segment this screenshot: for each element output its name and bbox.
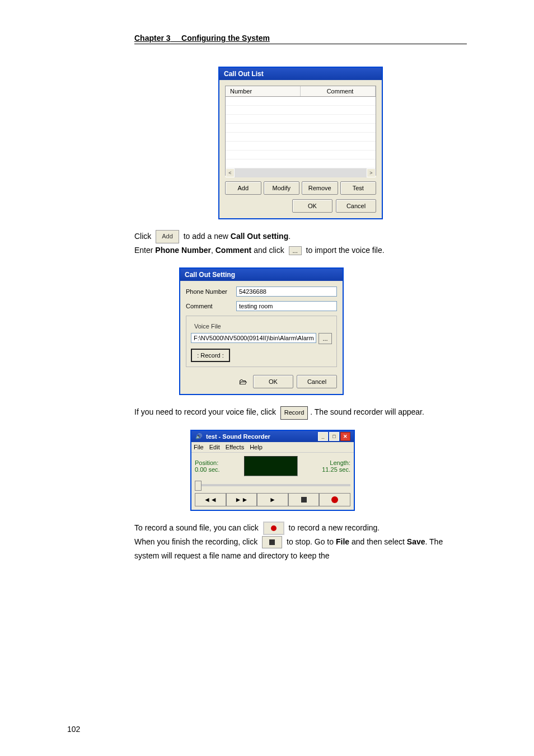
dialog-title-bar: Call Out Setting: [180, 269, 343, 281]
horizontal-scrollbar[interactable]: < >: [226, 168, 376, 177]
chapter-label: Chapter 3: [134, 34, 171, 43]
inline-record-button: Record: [280, 406, 308, 420]
browse-button[interactable]: ...: [318, 333, 332, 344]
scroll-track[interactable]: [235, 168, 367, 177]
menu-bar: File Edit Effects Help: [191, 442, 354, 453]
table-row: [226, 151, 376, 159]
menu-edit[interactable]: Edit: [209, 444, 220, 450]
chapter-heading: Chapter 3 Configuring the System: [134, 34, 467, 44]
menu-effects[interactable]: Effects: [226, 444, 244, 450]
dialog-title: Call Out List: [224, 70, 264, 78]
stop-icon: [269, 539, 275, 545]
phone-number-input[interactable]: [236, 287, 337, 297]
table-row: [226, 133, 376, 142]
position-readout: Position: 0.00 sec.: [195, 459, 220, 473]
minimize-button[interactable]: _: [318, 432, 328, 441]
record-button[interactable]: [319, 493, 350, 506]
comment-label: Comment: [186, 303, 236, 309]
window-title-bar: 🔊 test - Sound Recorder _ □ ✕: [191, 431, 354, 442]
play-button[interactable]: ►: [257, 493, 288, 506]
call-out-setting-dialog: Call Out Setting Phone Number Comment Vo…: [179, 267, 344, 395]
table-row: [226, 106, 376, 115]
table-row: [226, 115, 376, 124]
comment-input[interactable]: [236, 301, 337, 311]
column-comment[interactable]: Comment: [301, 86, 376, 96]
menu-help[interactable]: Help: [250, 444, 263, 450]
list-body[interactable]: < >: [225, 97, 376, 176]
list-header: Number Comment: [225, 86, 376, 97]
chapter-title: Configuring the System: [181, 34, 270, 43]
stop-button[interactable]: [288, 493, 320, 506]
modify-button[interactable]: Modify: [264, 181, 300, 195]
table-row: [226, 159, 376, 168]
table-row: [226, 142, 376, 151]
stop-icon: [301, 497, 307, 503]
table-row: [226, 124, 376, 133]
table-row: [226, 97, 376, 106]
forward-button[interactable]: ►►: [226, 493, 257, 506]
remove-button[interactable]: Remove: [302, 181, 338, 195]
test-button[interactable]: Test: [340, 181, 377, 195]
rewind-button[interactable]: ◄◄: [195, 493, 226, 506]
speaker-icon: 🔊: [195, 433, 203, 440]
waveform-display: [244, 456, 298, 476]
ok-button[interactable]: OK: [253, 375, 293, 388]
cancel-button[interactable]: Cancel: [297, 375, 337, 388]
record-button[interactable]: : Record :: [191, 349, 230, 362]
paragraph-record-sound-file: To record a sound file, you can click to…: [134, 521, 467, 564]
cancel-button[interactable]: Cancel: [336, 199, 376, 213]
scroll-right-icon[interactable]: >: [367, 168, 376, 177]
record-icon: [271, 525, 277, 531]
inline-record-icon-button: [263, 522, 284, 535]
phone-number-label: Phone Number: [186, 288, 236, 295]
scroll-left-icon[interactable]: <: [226, 168, 235, 177]
voice-file-path-input[interactable]: [191, 333, 316, 343]
length-readout: Length: 11.25 sec.: [322, 459, 350, 473]
voice-file-group: Voice File ... : Record :: [186, 316, 337, 367]
column-number[interactable]: Number: [226, 86, 301, 96]
dialog-title: Call Out Setting: [185, 271, 235, 279]
record-icon: [331, 496, 338, 503]
close-button[interactable]: ✕: [340, 432, 350, 441]
paragraph-record-voice: If you need to record your voice file, c…: [134, 405, 467, 419]
window-title: test - Sound Recorder: [206, 433, 270, 440]
slider-thumb[interactable]: [195, 481, 202, 491]
inline-add-button: Add: [156, 230, 179, 243]
sound-recorder-window: 🔊 test - Sound Recorder _ □ ✕ File Edit …: [190, 430, 355, 511]
paragraph-click-add: Click Add to add a new Call Out setting.…: [134, 229, 467, 257]
menu-file[interactable]: File: [194, 444, 204, 450]
maximize-button[interactable]: □: [329, 432, 339, 441]
position-slider[interactable]: [195, 480, 350, 491]
ok-button[interactable]: OK: [292, 199, 332, 213]
call-out-list-dialog: Call Out List Number Comment: [218, 67, 383, 219]
page-number: 102: [67, 725, 80, 734]
inline-browse-button: ...: [289, 246, 302, 255]
voice-file-legend: Voice File: [192, 323, 223, 330]
add-button[interactable]: Add: [225, 181, 261, 195]
open-folder-icon[interactable]: 🗁: [236, 376, 250, 387]
inline-stop-icon-button: [262, 536, 282, 548]
dialog-title-bar: Call Out List: [219, 68, 382, 80]
